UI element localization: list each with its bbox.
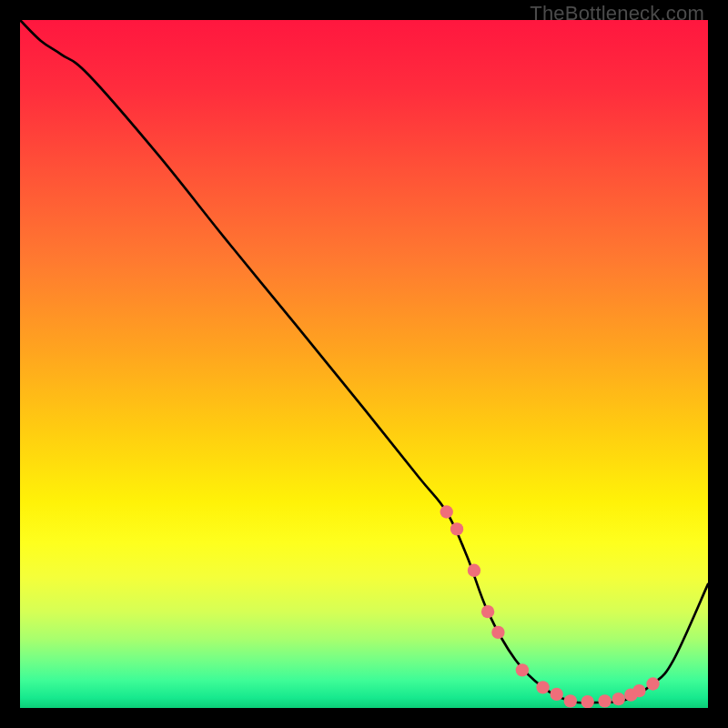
marker-dot [481,605,494,618]
marker-dot [550,688,562,701]
bottleneck-curve [20,20,708,703]
marker-dot [450,522,463,535]
marker-dot [581,695,594,708]
marker-dot [491,626,504,639]
marker-dot [516,663,529,676]
curve-layer [20,20,708,708]
marker-dot [564,694,577,707]
curve-markers [440,505,660,708]
marker-dot [440,505,453,518]
chart-stage: TheBottleneck.com [0,0,728,728]
marker-dot [632,684,645,697]
marker-dot [536,681,549,693]
plot-area [20,20,708,708]
marker-dot [598,694,611,707]
watermark-text: TheBottleneck.com [530,2,704,25]
marker-dot [612,693,625,705]
marker-dot [646,677,659,690]
marker-dot [468,564,480,577]
